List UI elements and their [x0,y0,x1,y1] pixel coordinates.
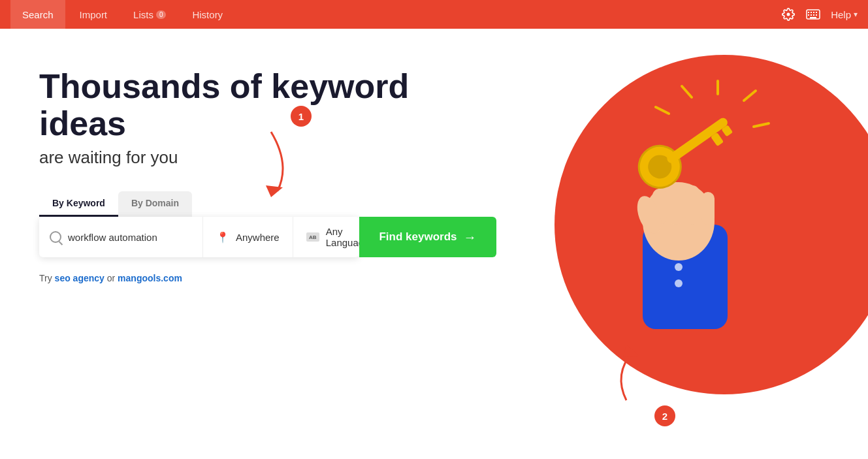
svg-rect-3 [813,12,814,13]
settings-icon[interactable] [781,7,796,22]
chevron-down-icon: ▾ [854,10,858,19]
svg-point-13 [675,279,683,287]
step-badge-1: 1 [291,106,312,127]
svg-line-27 [754,123,769,127]
lists-badge: 0 [156,10,167,19]
location-label: Anywhere [236,232,280,243]
help-menu[interactable]: Help ▾ [831,9,858,20]
nav-tab-history[interactable]: History [180,0,234,29]
step-badge-2: 2 [654,405,675,426]
keyboard-icon[interactable] [806,7,820,22]
svg-rect-1 [808,12,809,13]
search-bar-wrapper: 📍 Anywhere AB Any Language Find keywords… [39,217,496,257]
location-icon: 📍 [216,231,229,244]
language-icon: AB [306,232,319,242]
svg-line-28 [682,86,692,97]
nav-tab-lists[interactable]: Lists 0 [121,0,178,29]
svg-line-29 [656,107,669,114]
svg-line-26 [744,91,756,101]
location-field[interactable]: 📍 Anywhere [203,217,293,257]
svg-rect-17 [685,185,699,225]
language-field[interactable]: AB Any Language [293,217,359,257]
try-text: Try seo agency or mangools.com [39,273,496,283]
navbar: Search Import Lists 0 History [0,0,868,29]
svg-rect-9 [810,17,816,18]
svg-rect-18 [701,192,715,225]
arrow-2 [594,341,659,407]
keyword-field [39,217,203,257]
try-link-mangools[interactable]: mangools.com [118,273,182,283]
try-prefix: Try [39,273,55,283]
hero-illustration [541,48,829,362]
nav-tab-lists-label: Lists [133,9,153,20]
tab-by-keyword[interactable]: By Keyword [39,191,118,217]
find-keywords-button[interactable]: Find keywords → [359,217,496,257]
main-content: Thousands of keyword ideas are waiting f… [0,29,868,459]
svg-rect-16 [669,182,683,225]
svg-point-12 [675,263,683,271]
nav-right: Help ▾ [781,7,858,22]
find-keywords-label: Find keywords [379,230,457,244]
svg-rect-4 [816,12,817,13]
search-bar: 📍 Anywhere AB Any Language [39,217,359,257]
svg-rect-5 [808,14,809,16]
help-label: Help [831,9,851,20]
svg-marker-30 [266,185,283,197]
svg-rect-7 [813,14,814,16]
svg-rect-6 [811,14,812,16]
svg-rect-2 [811,12,812,13]
svg-marker-31 [623,345,639,357]
tab-by-domain[interactable]: By Domain [118,191,192,217]
nav-tab-search[interactable]: Search [10,0,65,29]
search-icon [50,231,61,243]
nav-tab-import[interactable]: Import [68,0,120,29]
try-middle: or [107,273,118,283]
try-link-seo-agency[interactable]: seo agency [55,273,104,283]
keyword-input[interactable] [68,232,192,243]
arrow-1 [232,125,310,204]
language-label: Any Language [326,226,359,248]
arrow-icon: → [464,230,477,245]
svg-rect-8 [816,14,817,16]
nav-tabs: Search Import Lists 0 History [10,0,781,29]
